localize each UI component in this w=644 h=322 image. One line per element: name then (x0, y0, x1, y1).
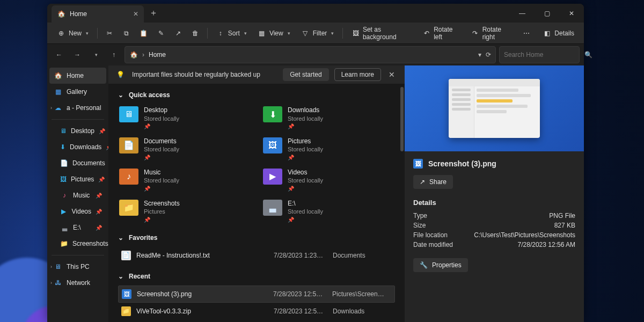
address-row: ← → ▾ ↑ 🏠 › Home ▾ ⟳ 🔍 (47, 44, 584, 65)
scrollbar[interactable] (400, 87, 404, 151)
minimize-button[interactable]: — (510, 4, 535, 23)
sidebar-item-onedrive[interactable]: ›☁a - Personal (49, 100, 106, 116)
banner-text: Important files should be regularly back… (132, 71, 260, 78)
refresh-button[interactable]: ⟳ (486, 51, 491, 58)
chevron-right-icon[interactable]: › (50, 280, 52, 286)
sidebar-item-documents[interactable]: 📄Documents📌 (49, 155, 106, 171)
up-button[interactable]: ↑ (106, 47, 121, 62)
learn-more-button[interactable]: Learn more (334, 68, 381, 81)
set-background-button[interactable]: 🖼Set as background (347, 24, 416, 43)
forward-button[interactable]: → (70, 47, 85, 62)
share-button[interactable]: ↗Share (413, 175, 453, 189)
chevron-right-icon[interactable]: › (50, 105, 52, 111)
sidebar-item-pictures[interactable]: 🖼Pictures📌 (49, 171, 106, 187)
sidebar-item-videos[interactable]: ▶Videos📌 (49, 203, 106, 219)
rotate-left-button[interactable]: ↶Rotate left (419, 24, 465, 43)
rename-button[interactable]: ✎ (153, 27, 169, 40)
quick-access-screenshots[interactable]: 📁ScreenshotsPictures📌 (118, 197, 251, 225)
chevron-down-icon: ▾ (244, 31, 247, 36)
sidebar-item-this-pc[interactable]: ›🖥This PC (49, 259, 106, 275)
share-icon: ↗ (420, 178, 425, 186)
music-icon: ♪ (119, 169, 138, 185)
quick-access-downloads[interactable]: ⬇DownloadsStored locally📌 (262, 104, 395, 132)
chevron-down-icon[interactable]: ▾ (478, 51, 481, 58)
rotate-right-button[interactable]: ↷Rotate right (467, 24, 517, 43)
quick-access-music[interactable]: ♪MusicStored locally📌 (118, 166, 251, 194)
home-icon: 🏠 (54, 71, 62, 80)
address-bar[interactable]: 🏠 › Home ▾ ⟳ (125, 46, 496, 63)
breadcrumb[interactable]: Home (149, 51, 166, 58)
download-icon: ⬇ (263, 106, 282, 122)
quick-access-documents[interactable]: 📄DocumentsStored locally📌 (118, 135, 251, 163)
new-tab-button[interactable]: ＋ (149, 8, 158, 19)
chevron-down-icon: ▾ (288, 31, 290, 36)
chevron-right-icon[interactable]: › (50, 264, 52, 269)
paste-button[interactable]: 📋 (136, 27, 151, 40)
properties-button[interactable]: 🔧Properties (413, 258, 468, 272)
ellipsis-icon: ⋯ (522, 29, 531, 38)
text-file-icon: 📄 (121, 251, 131, 260)
quick-access-desktop[interactable]: 🖥DesktopStored locally📌 (118, 104, 251, 132)
sidebar-item-drive-e[interactable]: ▃E:\📌 (49, 219, 106, 236)
sort-icon: ↕ (216, 29, 225, 38)
download-icon: ⬇ (60, 143, 65, 151)
close-tab-icon[interactable]: ✕ (133, 10, 138, 18)
sidebar-item-music[interactable]: ♪Music📌 (49, 187, 106, 203)
sidebar-item-desktop[interactable]: 🖥Desktop📌 (49, 123, 106, 139)
navigation-sidebar: 🏠Home ▦Gallery ›☁a - Personal 🖥Desktop📌 … (47, 65, 108, 322)
share-toolbar-button[interactable]: ↗ (171, 27, 186, 40)
get-started-button[interactable]: Get started (283, 68, 328, 81)
share-icon: ↗ (174, 29, 182, 38)
more-button[interactable]: ⋯ (519, 27, 534, 40)
chevron-down-icon: ⌄ (118, 234, 123, 241)
pin-icon: 📌 (144, 216, 180, 223)
favorite-item[interactable]: 📄ReadMe - Instructions!.txt 7/28/2023 1:… (118, 247, 395, 264)
picture-icon: 🖼 (60, 175, 67, 184)
quick-access-pictures[interactable]: 🖼PicturesStored locally📌 (262, 135, 395, 163)
sidebar-item-home[interactable]: 🏠Home (49, 68, 106, 84)
recent-item[interactable]: 🖼Screenshot (3).png 7/28/2023 12:5… Pict… (118, 286, 395, 303)
title-bar: 🏠 Home ✕ ＋ — ▢ ✕ (47, 4, 584, 23)
main-content: 💡 Important files should be regularly ba… (108, 65, 405, 322)
document-icon: 📄 (119, 137, 138, 153)
recent-item[interactable]: 📁ViVeTool-v0.3.3.zip 7/28/2023 12:5… Dow… (118, 303, 395, 320)
recent-locations-button[interactable]: ▾ (88, 47, 103, 62)
copy-button[interactable]: ⧉ (119, 27, 134, 40)
sort-button[interactable]: ↕Sort▾ (212, 27, 251, 40)
drive-icon: ▃ (263, 200, 282, 216)
rotate-left-icon: ↶ (423, 29, 431, 38)
close-window-button[interactable]: ✕ (559, 4, 584, 23)
maximize-button[interactable]: ▢ (535, 4, 559, 23)
lightbulb-icon: 💡 (116, 70, 125, 79)
dismiss-banner-button[interactable]: ✕ (386, 69, 397, 80)
section-favorites[interactable]: ⌄Favorites (118, 234, 395, 241)
trash-icon: 🗑 (191, 29, 200, 38)
back-button[interactable]: ← (52, 47, 67, 62)
details-pane-button[interactable]: ◧Details (538, 27, 579, 40)
pin-icon: 📌 (288, 154, 323, 161)
section-recent[interactable]: ⌄Recent (118, 273, 395, 280)
sidebar-item-network[interactable]: ›🖧Network (49, 275, 106, 291)
sidebar-item-downloads[interactable]: ⬇Downloads📌 (49, 139, 106, 155)
tab-home[interactable]: 🏠 Home ✕ (52, 5, 144, 23)
file-explorer-window: 🏠 Home ✕ ＋ — ▢ ✕ ⊕New▾ ✂ ⧉ 📋 ✎ ↗ 🗑 ↕Sort… (47, 4, 584, 322)
section-quick-access[interactable]: ⌄Quick access (118, 91, 395, 99)
pin-icon: 📌 (98, 177, 105, 182)
chevron-down-icon: ▾ (86, 31, 89, 36)
sidebar-item-gallery[interactable]: ▦Gallery (49, 84, 106, 100)
new-button[interactable]: ⊕New▾ (53, 27, 93, 40)
delete-button[interactable]: 🗑 (188, 27, 203, 40)
sidebar-item-screenshots[interactable]: 📁Screenshots (49, 236, 106, 252)
filter-button[interactable]: ▽Filter▾ (297, 27, 339, 40)
rename-icon: ✎ (157, 29, 165, 38)
quick-access-drive-e[interactable]: ▃E:\Stored locally📌 (262, 197, 395, 225)
view-icon: ▦ (258, 29, 266, 38)
search-box[interactable]: 🔍 (499, 46, 580, 63)
search-input[interactable] (504, 51, 584, 58)
pc-icon: 🖥 (54, 262, 62, 271)
cut-button[interactable]: ✂ (102, 27, 117, 40)
rotate-right-icon: ↷ (471, 29, 479, 38)
folder-icon: 📁 (60, 239, 68, 248)
view-button[interactable]: ▦View▾ (253, 27, 295, 40)
quick-access-videos[interactable]: ▶VideosStored locally📌 (262, 166, 395, 194)
